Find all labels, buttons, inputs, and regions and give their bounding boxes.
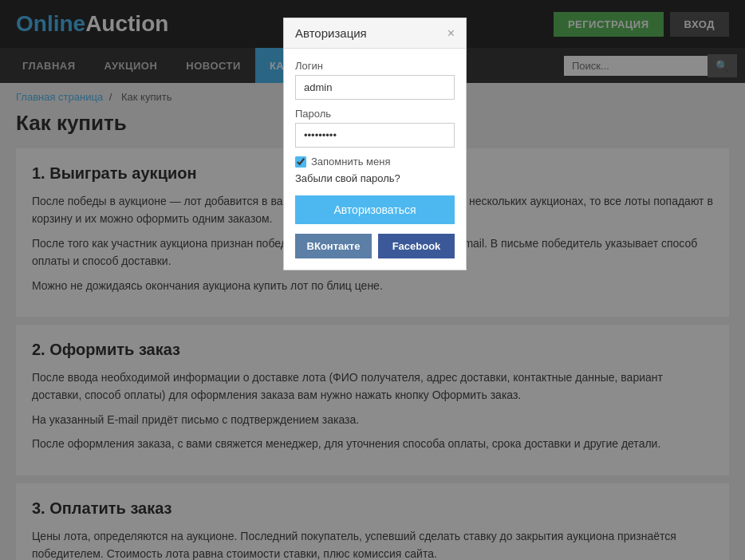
auth-modal: Авторизация × Логин Пароль Запомнить мен… (283, 18, 467, 270)
login-label: Логин (295, 60, 455, 72)
authorize-button[interactable]: Авторизоваться (295, 195, 455, 224)
vk-login-button[interactable]: ВКонтакте (295, 234, 372, 258)
password-label: Пароль (295, 108, 455, 120)
login-input[interactable] (295, 75, 455, 100)
modal-close-button[interactable]: × (447, 27, 455, 40)
remember-label: Запомнить меня (311, 156, 390, 168)
modal-body: Логин Пароль Запомнить меня Забыли свой … (284, 49, 466, 270)
remember-checkbox[interactable] (295, 156, 306, 168)
social-buttons: ВКонтакте Facebook (295, 234, 455, 258)
remember-row: Запомнить меня (295, 156, 455, 168)
password-input[interactable] (295, 123, 455, 148)
modal-overlay: Авторизация × Логин Пароль Запомнить мен… (0, 0, 745, 560)
modal-title: Авторизация (295, 26, 367, 40)
forgot-password-link[interactable]: Забыли свой пароль? (295, 172, 455, 184)
facebook-login-button[interactable]: Facebook (378, 234, 455, 258)
modal-header: Авторизация × (284, 18, 466, 49)
